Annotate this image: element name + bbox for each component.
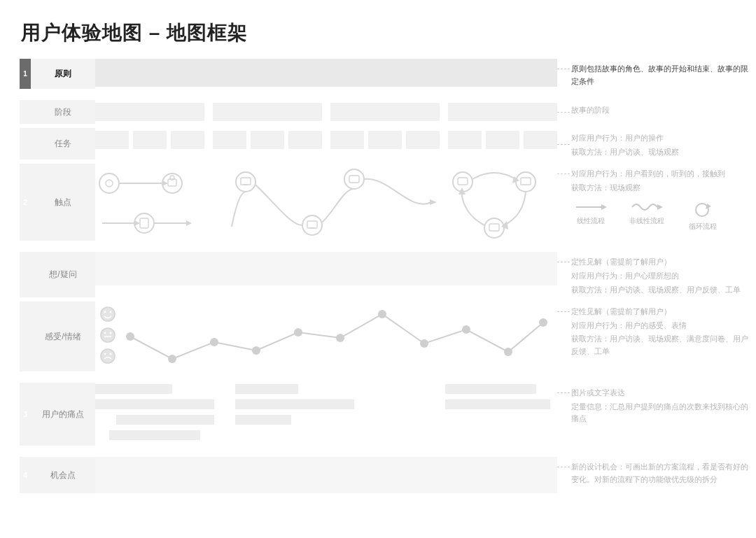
touchpoint-diagram — [95, 164, 557, 241]
svg-rect-5 — [133, 131, 167, 149]
svg-point-53 — [101, 328, 115, 342]
gutter-3: 3 — [20, 383, 31, 446]
note-task: 对应用户行为：用户的操作 获取方法：用户访谈、现场观察 — [571, 128, 753, 160]
svg-rect-3 — [448, 103, 557, 121]
svg-rect-73 — [95, 384, 172, 394]
svg-rect-10 — [330, 131, 364, 149]
svg-point-57 — [110, 311, 112, 313]
svg-point-59 — [110, 332, 112, 334]
row-label-stage: 阶段 — [31, 100, 95, 124]
row-content-thought — [95, 252, 557, 285]
row-label-opportunity: 机会点 — [31, 457, 95, 493]
row-content-opportunity — [95, 457, 557, 493]
gutter-4: 4 — [20, 457, 31, 493]
pointer — [557, 100, 571, 124]
svg-point-31 — [484, 218, 504, 238]
svg-rect-1 — [213, 103, 322, 121]
row-content-stage — [95, 100, 557, 124]
note-painpoint: 图片或文字表达 定量信息：汇总用户提到的痛点的次数来找到核心的痛点 — [571, 383, 753, 446]
svg-rect-80 — [445, 384, 536, 394]
gutter-1: 1 — [20, 59, 31, 89]
svg-rect-9 — [288, 131, 322, 149]
pointer — [557, 457, 571, 493]
svg-rect-11 — [368, 131, 402, 149]
note-opportunity: 新的设计机会：可画出新的方案流程，看是否有好的变化。对新的流程下的功能做优先级的… — [571, 457, 753, 493]
svg-point-72 — [539, 318, 547, 327]
svg-point-62 — [126, 332, 134, 341]
svg-point-67 — [336, 334, 344, 342]
note-stage: 故事的阶段 — [571, 100, 753, 124]
svg-marker-49 — [657, 204, 663, 210]
svg-rect-76 — [109, 430, 200, 440]
svg-marker-24 — [186, 220, 192, 226]
pointer — [557, 383, 571, 446]
note-touchpoint: 对应用户行为：用户看到的，听到的，接触到 获取方法：现场观察 线性流程 非线性流… — [571, 164, 753, 241]
row-content-principle — [95, 59, 557, 87]
note-thought: 定性见解（需提前了解用户） 对应用户行为：用户心理所想的 获取方法：用户访谈、现… — [571, 252, 753, 297]
svg-rect-15 — [524, 131, 557, 149]
svg-rect-81 — [445, 399, 550, 409]
svg-rect-4 — [95, 131, 129, 149]
row-label-painpoint: 用户的痛点 — [31, 383, 95, 446]
legend-linear: 线性流程 — [571, 201, 610, 232]
gutter-stage — [20, 100, 31, 124]
gutter-2: 2 — [20, 164, 31, 241]
svg-point-69 — [420, 339, 428, 348]
svg-point-58 — [104, 332, 106, 334]
pointer — [557, 164, 571, 241]
svg-rect-74 — [95, 399, 214, 409]
svg-rect-79 — [235, 415, 291, 425]
svg-rect-7 — [213, 131, 246, 149]
row-label-task: 任务 — [31, 128, 95, 160]
row-content-task — [95, 128, 557, 160]
row-content-painpoint — [95, 383, 557, 446]
svg-rect-2 — [330, 103, 440, 121]
row-label-feeling: 感受/情绪 — [31, 302, 95, 371]
svg-rect-78 — [235, 399, 354, 409]
svg-point-52 — [101, 307, 115, 321]
svg-rect-6 — [171, 131, 204, 149]
svg-point-71 — [504, 348, 512, 356]
pointer — [557, 59, 571, 89]
svg-point-50 — [696, 204, 708, 216]
svg-point-60 — [104, 353, 106, 355]
pointer — [557, 302, 571, 371]
svg-rect-77 — [235, 384, 298, 394]
svg-point-29 — [453, 172, 472, 192]
row-content-touchpoint — [95, 164, 557, 241]
svg-point-61 — [110, 353, 112, 355]
svg-point-68 — [378, 310, 386, 318]
legend-linear-label: 线性流程 — [577, 215, 605, 227]
svg-point-70 — [462, 325, 470, 334]
svg-point-30 — [516, 172, 536, 192]
svg-rect-75 — [116, 415, 214, 425]
gutter-thought — [20, 252, 31, 297]
emotion-curve — [95, 302, 557, 371]
legend-nonlinear-label: 非线性流程 — [629, 215, 664, 227]
svg-point-65 — [252, 346, 260, 355]
pointer — [557, 128, 571, 160]
svg-point-54 — [101, 349, 115, 363]
svg-rect-0 — [95, 103, 204, 121]
svg-point-66 — [294, 328, 302, 337]
row-label-principle: 原则 — [31, 59, 95, 89]
legend-loop-label: 循环流程 — [689, 221, 717, 232]
page-title: 用户体验地图 – 地图框架 — [21, 20, 736, 46]
row-label-thought: 想/疑问 — [31, 252, 95, 297]
svg-marker-28 — [430, 199, 437, 205]
pointer — [557, 252, 571, 297]
svg-point-26 — [302, 215, 322, 235]
svg-rect-8 — [251, 131, 284, 149]
flow-legend: 线性流程 非线性流程 循环流程 — [571, 201, 753, 232]
svg-rect-12 — [406, 131, 440, 149]
legend-nonlinear: 非线性流程 — [627, 201, 666, 232]
svg-point-16 — [99, 174, 119, 193]
row-content-feeling — [95, 302, 557, 371]
svg-rect-13 — [448, 131, 482, 149]
svg-point-63 — [168, 355, 176, 363]
svg-point-27 — [344, 169, 364, 189]
gutter-task — [20, 128, 31, 160]
row-label-touchpoint: 触点 — [31, 164, 95, 241]
svg-marker-48 — [601, 204, 607, 210]
svg-point-56 — [104, 311, 106, 313]
